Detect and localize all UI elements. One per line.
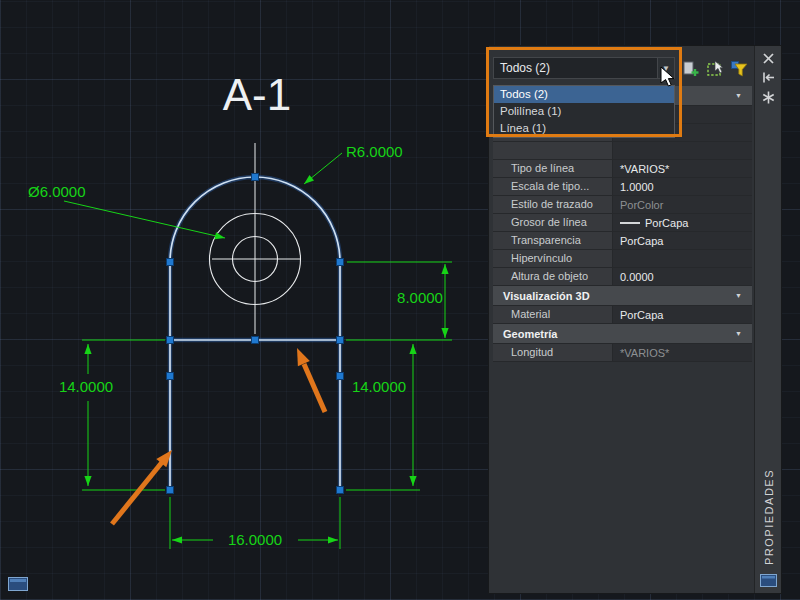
close-icon[interactable]: [761, 51, 776, 66]
property-row-longitud[interactable]: Longitud *VARIOS*: [493, 344, 752, 362]
property-value: PorColor: [613, 196, 752, 213]
property-value[interactable]: *VARIOS*: [613, 160, 752, 177]
autocad-screen: A-1: [0, 0, 800, 600]
property-label: Longitud: [493, 344, 613, 361]
dim-right-height: 14.0000: [352, 378, 406, 395]
property-label: Escala de tipo...: [493, 178, 613, 195]
property-label: Grosor de línea: [493, 214, 613, 231]
mouse-cursor: [660, 66, 676, 88]
property-label: Altura de objeto: [493, 268, 613, 285]
property-row-escala-de-tipo[interactable]: Escala de tipo... 1.0000: [493, 178, 752, 196]
property-label: Hipervínculo: [493, 250, 613, 267]
property-label: Material: [493, 306, 613, 323]
quick-select-icon[interactable]: [729, 59, 749, 79]
property-value[interactable]: [613, 250, 752, 267]
pickadd-toggle-icon[interactable]: [681, 59, 701, 79]
palette-settings-icon[interactable]: [761, 90, 776, 105]
auto-hide-icon[interactable]: [761, 70, 776, 85]
property-value[interactable]: PorCapa: [613, 214, 752, 231]
lineweight-sample-icon: [620, 222, 640, 224]
palette-title-bar[interactable]: PROPIEDADES: [754, 46, 781, 593]
property-row-estilo-de-trazado[interactable]: Estilo de trazado PorColor: [493, 196, 752, 214]
property-value[interactable]: 1.0000: [613, 178, 752, 195]
property-row-material[interactable]: Material PorCapa: [493, 306, 752, 324]
property-row-altura-de-objeto[interactable]: Altura de objeto 0.0000: [493, 268, 752, 286]
dim-bottom-width: 16.0000: [228, 531, 282, 548]
property-value[interactable]: PorCapa: [613, 232, 752, 249]
dim-radius: R6.0000: [346, 143, 403, 160]
viewport-corner-icon[interactable]: [8, 577, 28, 591]
property-label: Transparencia: [493, 232, 613, 249]
property-value: *VARIOS*: [613, 344, 752, 361]
chevron-down-icon[interactable]: ▼: [735, 330, 742, 337]
category-label: Visualización 3D: [503, 290, 590, 302]
property-value[interactable]: PorCapa: [613, 306, 752, 323]
property-row-tipo-de-linea[interactable]: Tipo de línea *VARIOS*: [493, 160, 752, 178]
property-label: Estilo de trazado: [493, 196, 613, 213]
drawing-title: A-1: [223, 70, 291, 119]
chevron-down-icon[interactable]: ▼: [735, 92, 742, 99]
highlight-callout: [486, 47, 682, 137]
dim-left-height: 14.0000: [59, 378, 113, 395]
property-row-grosor-de-linea[interactable]: Grosor de línea PorCapa: [493, 214, 752, 232]
property-row[interactable]: [493, 142, 752, 160]
select-objects-icon[interactable]: [705, 59, 725, 79]
property-label: Tipo de línea: [493, 160, 613, 177]
dim-diameter: Ø6.0000: [28, 183, 86, 200]
dimension-labels[interactable]: R6.0000 Ø6.0000 8.0000 14.0000 14.0000 1…: [28, 143, 443, 548]
property-value[interactable]: 0.0000: [613, 268, 752, 285]
category-visualizacion-3d[interactable]: Visualización 3D ▼: [493, 286, 752, 306]
dim-slot-height: 8.0000: [397, 289, 443, 306]
category-geometria[interactable]: Geometría ▼: [493, 324, 752, 344]
palette-window-icon[interactable]: [760, 574, 777, 587]
palette-title: PROPIEDADES: [763, 469, 775, 565]
annotation-arrows: [112, 348, 325, 524]
category-label: Geometría: [503, 328, 557, 340]
chevron-down-icon[interactable]: ▼: [735, 292, 742, 299]
dimensions[interactable]: [64, 153, 452, 549]
circles[interactable]: [210, 143, 302, 334]
property-row-hipervinculo[interactable]: Hipervínculo: [493, 250, 752, 268]
property-row-transparencia[interactable]: Transparencia PorCapa: [493, 232, 752, 250]
